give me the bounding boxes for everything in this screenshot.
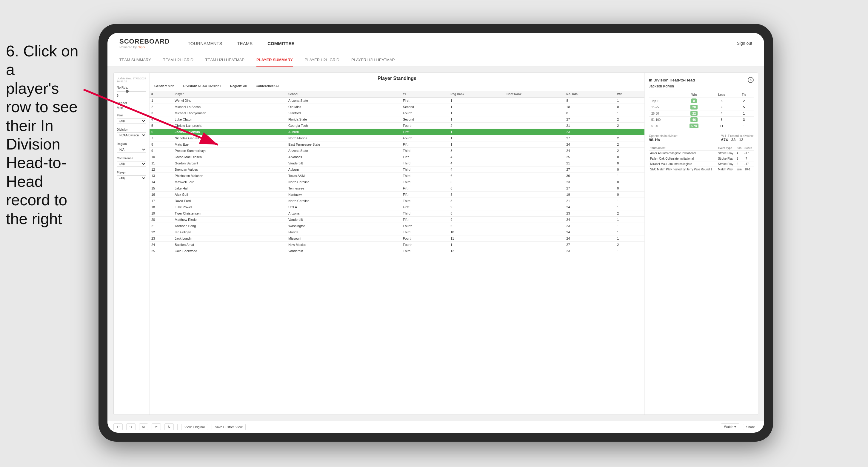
cell-no-rds: 19 bbox=[564, 192, 615, 198]
filter-player-select[interactable]: (All) bbox=[117, 176, 146, 181]
cell-rank: 20 bbox=[150, 217, 173, 223]
cell-player: Phichaksn Maichon bbox=[173, 173, 286, 179]
h2h-col-loss: Loss bbox=[709, 92, 734, 98]
cell-reg-rank: 2 bbox=[448, 123, 505, 129]
player-row[interactable]: 1 Wenyi Ding Arizona State First 1 8 1 bbox=[150, 98, 645, 104]
sign-out-link[interactable]: Sign out bbox=[737, 41, 752, 46]
cell-reg-rank: 11 bbox=[448, 236, 505, 242]
filter-region-select[interactable]: N/A bbox=[117, 147, 146, 153]
watch-button[interactable]: Watch ▾ bbox=[721, 424, 739, 430]
nav-committee[interactable]: COMMITTEE bbox=[268, 39, 294, 48]
player-row[interactable]: 18 Luke Powell UCLA First 9 24 1 bbox=[150, 204, 645, 210]
player-row[interactable]: 15 Jake Hall Tennessee Fifth 6 27 0 bbox=[150, 185, 645, 192]
player-row[interactable]: 3 Michael Thorbjornsen Stanford Fourth 1… bbox=[150, 110, 645, 116]
player-row[interactable]: 8 Mats Ege East Tennessee State Fifth 1 … bbox=[150, 142, 645, 148]
h2h-opponents-label: Opponents in division: bbox=[649, 134, 678, 137]
player-row[interactable]: 6 Jackson Koivun Auburn First 1 23 1 bbox=[150, 129, 645, 135]
h2h-panel: In Division Head-to-Head × Jackson Koivu… bbox=[645, 73, 758, 414]
player-row[interactable]: 2 Michael La Sasso Ole Miss Second 1 18 … bbox=[150, 104, 645, 110]
player-row[interactable]: 25 Cole Sherwood Vanderbilt Third 12 23 … bbox=[150, 248, 645, 254]
sub-nav-player-summary[interactable]: PLAYER SUMMARY bbox=[256, 54, 293, 66]
filter-no-rds: No Rds. 6 bbox=[117, 86, 146, 97]
player-row[interactable]: 12 Brendan Valdes Auburn Third 4 27 0 bbox=[150, 166, 645, 173]
player-row[interactable]: 22 Ian Gilligan Florida Third 10 24 1 bbox=[150, 229, 645, 236]
h2h-cell-tie: 1 bbox=[734, 111, 754, 117]
cell-yr: Second bbox=[401, 104, 448, 110]
player-row[interactable]: 23 Jack Lundin Missouri Fourth 11 24 1 bbox=[150, 236, 645, 242]
cell-conf-rank bbox=[505, 129, 564, 135]
nav-teams[interactable]: TEAMS bbox=[237, 39, 252, 48]
cell-yr: Fourth bbox=[401, 123, 448, 129]
filter-no-rds-slider[interactable] bbox=[117, 91, 146, 92]
cell-reg-rank: 1 bbox=[448, 135, 505, 142]
cell-no-rds: 21 bbox=[564, 198, 615, 204]
player-row[interactable]: 19 Tiger Christensen Arizona Third 8 23 … bbox=[150, 210, 645, 217]
cell-win: 2 bbox=[615, 135, 645, 142]
cell-conf-rank bbox=[505, 160, 564, 166]
undo-button[interactable]: ↩ bbox=[114, 424, 123, 430]
cell-school: East Tennessee State bbox=[286, 142, 401, 148]
player-row[interactable]: 16 Alex Goff Kentucky Fifth 8 19 0 bbox=[150, 192, 645, 198]
sub-nav-player-h2h-grid[interactable]: PLAYER H2H GRID bbox=[305, 54, 339, 66]
cell-rank: 1 bbox=[150, 98, 173, 104]
nav-tournaments[interactable]: TOURNAMENTS bbox=[188, 39, 222, 48]
cell-reg-rank: 8 bbox=[448, 210, 505, 217]
share-button[interactable]: Share bbox=[743, 424, 758, 430]
player-row[interactable]: 21 Taehoon Song Washington Fourth 6 23 1 bbox=[150, 223, 645, 229]
col-event-type: Event Type bbox=[717, 146, 735, 151]
h2h-col-label bbox=[649, 92, 679, 98]
cell-rank: 10 bbox=[150, 154, 173, 160]
cell-player: Preston Summerhays bbox=[173, 148, 286, 154]
cell-no-rds: 27 bbox=[564, 135, 615, 142]
cell-rank: 2 bbox=[150, 104, 173, 110]
sub-nav-team-h2h-grid[interactable]: TEAM H2H GRID bbox=[163, 54, 193, 66]
cut-button[interactable]: ✂ bbox=[152, 424, 161, 430]
cell-rank: 12 bbox=[150, 166, 173, 173]
cell-yr: Fourth bbox=[401, 135, 448, 142]
instruction-text: 6. Click on a player's row to see their … bbox=[0, 36, 87, 234]
cell-no-rds: 23 bbox=[564, 223, 615, 229]
cell-rank: 16 bbox=[150, 192, 173, 198]
player-row[interactable]: 9 Preston Summerhays Arizona State Third… bbox=[150, 148, 645, 154]
filter-year-select[interactable]: (All) bbox=[117, 118, 146, 124]
sub-nav-team-h2h-heatmap[interactable]: TEAM H2H HEATMAP bbox=[205, 54, 244, 66]
cell-school: North Carolina bbox=[286, 198, 401, 204]
filter-division-select[interactable]: NCAA Division I bbox=[117, 132, 146, 138]
view-original-button[interactable]: View: Original bbox=[181, 424, 208, 430]
player-row[interactable]: 24 Bastien Amat New Mexico Fourth 1 27 2 bbox=[150, 242, 645, 248]
player-row[interactable]: 10 Jacob Mac Diesen Arkansas Fifth 4 25 … bbox=[150, 154, 645, 160]
cell-conf-rank bbox=[505, 204, 564, 210]
redo-button[interactable]: ↪ bbox=[126, 424, 135, 430]
cell-player: Tiger Christensen bbox=[173, 210, 286, 217]
player-row[interactable]: 5 Christo Lamprecht Georgia Tech Fourth … bbox=[150, 123, 645, 129]
sub-nav-player-h2h-heatmap[interactable]: PLAYER H2H HEATMAP bbox=[351, 54, 395, 66]
col-rank: # bbox=[150, 91, 173, 98]
cell-school: New Mexico bbox=[286, 242, 401, 248]
cell-school: North Carolina bbox=[286, 179, 401, 185]
cell-event-type: Stroke Play bbox=[717, 151, 735, 156]
player-row[interactable]: 20 Matthew Riedel Vanderbilt Fifth 9 24 … bbox=[150, 217, 645, 223]
player-row[interactable]: 7 Nicholas Gabrelcik North Florida Fourt… bbox=[150, 135, 645, 142]
player-row[interactable]: 17 David Ford North Carolina Third 8 21 … bbox=[150, 198, 645, 204]
h2h-cell-win: 8 bbox=[679, 98, 709, 104]
filter-conference-select[interactable]: (All) bbox=[117, 161, 146, 167]
h2h-close-button[interactable]: × bbox=[748, 77, 754, 83]
cell-win: 0 bbox=[615, 154, 645, 160]
h2h-row: Top 10 8 3 2 bbox=[649, 98, 754, 104]
save-custom-button[interactable]: Save Custom View bbox=[212, 424, 246, 430]
cell-yr: First bbox=[401, 129, 448, 135]
player-row[interactable]: 13 Phichaksn Maichon Texas A&M Third 6 3… bbox=[150, 173, 645, 179]
cell-reg-rank: 6 bbox=[448, 185, 505, 192]
player-table-scroll[interactable]: # Player School Yr Reg Rank Conf Rank No… bbox=[150, 91, 645, 414]
copy-button[interactable]: ⧉ bbox=[139, 424, 148, 430]
player-row[interactable]: 11 Gordon Sargent Vanderbilt Third 4 21 … bbox=[150, 160, 645, 166]
sub-nav: TEAM SUMMARY TEAM H2H GRID TEAM H2H HEAT… bbox=[107, 54, 764, 66]
cell-reg-rank: 1 bbox=[448, 242, 505, 248]
sub-nav-team-summary[interactable]: TEAM SUMMARY bbox=[119, 54, 151, 66]
cell-reg-rank: 6 bbox=[448, 223, 505, 229]
refresh-button[interactable]: ↻ bbox=[164, 424, 174, 430]
cell-player: Ian Gilligan bbox=[173, 229, 286, 236]
player-row[interactable]: 14 Maxwell Ford North Carolina Third 6 2… bbox=[150, 179, 645, 185]
tablet-device: SCOREBOARD Powered by clippi TOURNAMENTS… bbox=[98, 24, 773, 442]
player-row[interactable]: 4 Luke Claton Florida State Second 1 27 … bbox=[150, 116, 645, 123]
